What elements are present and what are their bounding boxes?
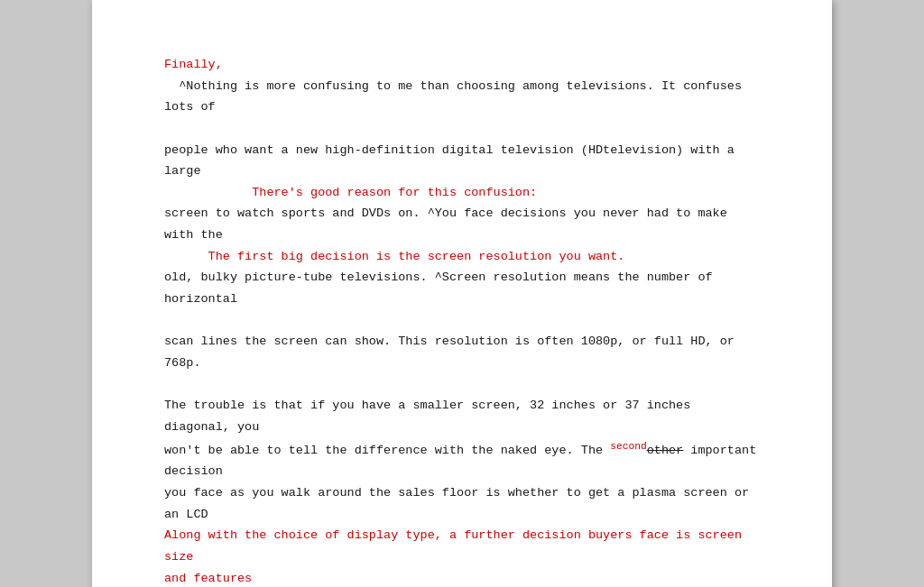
text-line-3: screen to watch sports and DVDs on. ^You… <box>164 206 727 242</box>
text-line-4: old, bulky picture-tube televisions. ^Sc… <box>164 271 713 306</box>
text-line-7: won't be able to tell the difference wit… <box>164 444 756 479</box>
annotation-finally: Finally, <box>164 58 223 71</box>
text-line-8: you face as you walk around the sales fl… <box>164 486 749 521</box>
annotation-and-features: and features <box>164 572 252 585</box>
text-line-6: The trouble is that if you have a smalle… <box>164 399 690 434</box>
document-page: Finally, ^Nothing is more confusing to m… <box>92 0 832 587</box>
text-line-2: people who want a new high-definition di… <box>164 143 735 179</box>
annotation-along-with: Along with the choice of display type, a… <box>164 528 742 564</box>
text-line-1: ^Nothing is more confusing to me than ch… <box>164 79 742 115</box>
strikethrough-other: other <box>647 444 684 457</box>
text-line-5: scan lines the screen can show. This res… <box>164 335 735 370</box>
document-content: Finally, ^Nothing is more confusing to m… <box>164 54 760 587</box>
annotation-first-decision: The first big decision is the screen res… <box>164 250 624 263</box>
superscript-second: second <box>610 440 647 451</box>
annotation-reason: There's good reason for this confusion: <box>164 186 537 199</box>
